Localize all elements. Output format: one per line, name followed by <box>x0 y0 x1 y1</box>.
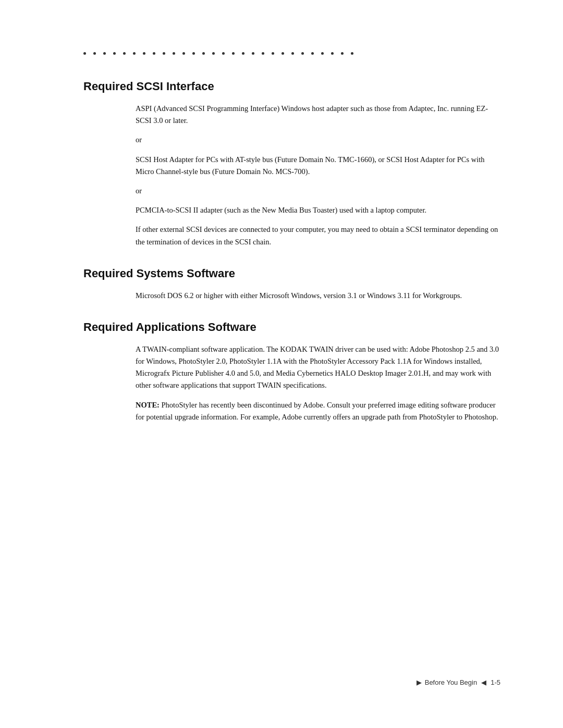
dot <box>351 52 353 55</box>
dot <box>83 52 86 55</box>
note-bold-prefix: NOTE: <box>136 401 160 409</box>
section-title-required-applications-software: Required Applications Software <box>83 320 500 334</box>
dot <box>262 52 264 55</box>
note-text: PhotoStyler has recently been discontinu… <box>136 401 498 421</box>
section-content-required-systems-software: Microsoft DOS 6.2 or higher with either … <box>83 290 500 302</box>
body-paragraph: PCMCIA-to-SCSI II adapter (such as the N… <box>136 204 500 216</box>
dot <box>123 52 126 55</box>
dot <box>153 52 155 55</box>
body-paragraph: A TWAIN-compliant software application. … <box>136 343 500 392</box>
dot <box>282 52 284 55</box>
dot <box>311 52 314 55</box>
dot <box>212 52 215 55</box>
or-separator: or <box>136 134 500 146</box>
dot <box>163 52 165 55</box>
dot <box>252 52 254 55</box>
or-separator: or <box>136 185 500 197</box>
dot-row <box>83 52 500 55</box>
dot <box>242 52 244 55</box>
section-required-scsi-interface: Required SCSI InterfaceASPI (Advanced SC… <box>83 80 500 248</box>
dot <box>321 52 324 55</box>
footer-arrow: ▶ <box>417 678 422 686</box>
page: Required SCSI InterfaceASPI (Advanced SC… <box>0 0 563 728</box>
dot <box>301 52 304 55</box>
footer-label: Before You Begin <box>425 678 477 686</box>
dot <box>143 52 145 55</box>
dot <box>202 52 205 55</box>
body-paragraph: Microsoft DOS 6.2 or higher with either … <box>136 290 500 302</box>
dot <box>93 52 96 55</box>
footer: ▶ Before You Begin ◀ 1-5 <box>83 658 500 686</box>
dot <box>291 52 294 55</box>
dot <box>103 52 106 55</box>
dot <box>232 52 235 55</box>
body-paragraph: If other external SCSI devices are conne… <box>136 224 500 248</box>
dot <box>192 52 195 55</box>
section-required-applications-software: Required Applications SoftwareA TWAIN-co… <box>83 320 500 423</box>
dot <box>222 52 225 55</box>
dot <box>133 52 136 55</box>
dot <box>331 52 334 55</box>
body-paragraph: ASPI (Advanced SCSI Programming Interfac… <box>136 103 500 127</box>
body-paragraph: SCSI Host Adapter for PCs with AT-style … <box>136 154 500 178</box>
dot <box>341 52 344 55</box>
section-content-required-applications-software: A TWAIN-compliant software application. … <box>83 343 500 423</box>
section-content-required-scsi-interface: ASPI (Advanced SCSI Programming Interfac… <box>83 103 500 248</box>
footer-page: 1-5 <box>491 678 500 686</box>
note-paragraph: NOTE: PhotoStyler has recently been disc… <box>136 399 500 423</box>
dot <box>272 52 274 55</box>
footer-separator: ◀ <box>481 678 486 686</box>
dot <box>113 52 116 55</box>
section-title-required-scsi-interface: Required SCSI Interface <box>83 80 500 93</box>
dot <box>182 52 185 55</box>
section-required-systems-software: Required Systems SoftwareMicrosoft DOS 6… <box>83 267 500 302</box>
section-title-required-systems-software: Required Systems Software <box>83 267 500 280</box>
dot <box>173 52 175 55</box>
